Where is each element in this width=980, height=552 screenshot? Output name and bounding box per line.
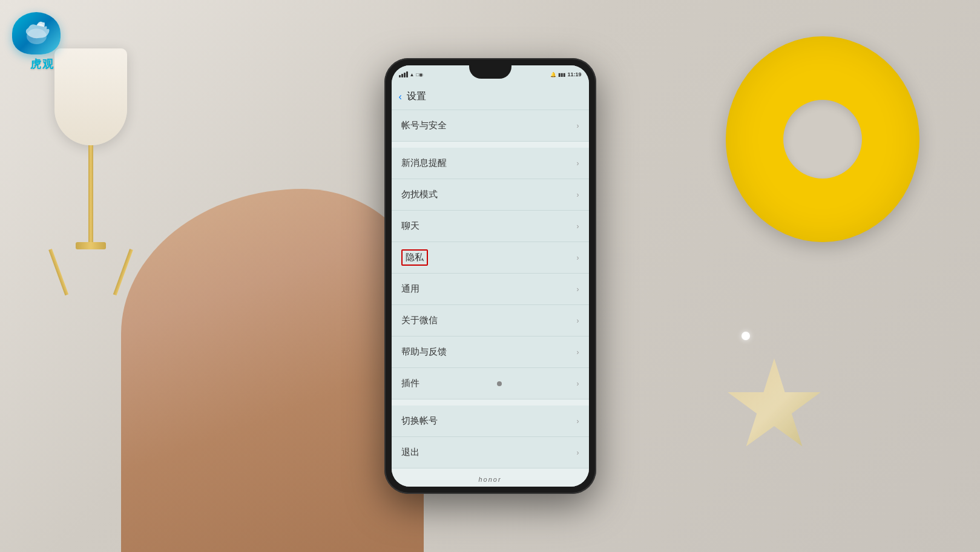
menu-item-label: 通用 [401,283,419,295]
signal-bar-2 [401,74,403,77]
chevron-right-icon: › [577,348,579,356]
menu-item-label: 关于微信 [401,315,438,326]
lamp-legs [48,249,133,298]
lamp-decoration [36,48,145,291]
chevron-right-icon: › [577,285,579,294]
donut-hole [783,100,862,179]
status-left: ▲ □◉ [399,71,424,77]
plugin-dot-icon [497,381,502,386]
menu-item-label: 退出 [401,447,419,458]
menu-item-account-security[interactable]: 帐号与安全 › [392,110,589,142]
settings-title: 设置 [407,90,426,103]
time-display: 11:19 [567,71,581,77]
menu-item-label: 帐号与安全 [401,120,447,131]
menu-item-privacy[interactable]: 隐私 › [392,242,589,274]
phone-brand-label: honor [478,476,501,483]
lamp-base [76,242,106,249]
chevron-right-icon: › [577,191,579,199]
menu-item-switch-account[interactable]: 切换帐号 › [392,406,589,437]
logo-area: 虎观 [12,12,73,79]
status-icons: □◉ [416,72,423,77]
menu-item-general[interactable]: 通用 › [392,274,589,305]
chevron-right-icon: › [577,159,579,168]
status-right: 🔔 ▮▮▮ 11:19 [550,71,581,77]
logo-text: 虎观 [12,57,73,71]
chevron-right-icon: › [577,380,579,388]
signal-bar-3 [404,73,406,77]
menu-item-chat[interactable]: 聊天 › [392,211,589,242]
privacy-label-highlighted: 隐私 [401,249,428,266]
menu-item-label: 新消息提醒 [401,157,447,169]
star-decoration [726,358,847,479]
logo-circle [12,12,61,54]
signal-icon [399,71,408,77]
chevron-right-icon: › [577,222,579,231]
menu-item-about[interactable]: 关于微信 › [392,305,589,337]
hand [121,189,424,552]
menu-item-notifications[interactable]: 新消息提醒 › [392,148,589,179]
chevron-right-icon: › [577,448,579,457]
logo-bird-icon [20,17,53,50]
phone-notch [469,65,511,79]
signal-bar-1 [399,75,401,77]
phone-wrapper: ▲ □◉ 🔔 ▮▮▮ 11:19 ‹ 设置 帐号与安全 › [384,58,596,494]
menu-gap-1 [392,142,589,148]
battery-indicator: ▮▮▮ [558,72,565,77]
menu-item-label: 勿扰模式 [401,189,438,200]
menu-item-label: 切换帐号 [401,415,438,427]
signal-bar-4 [406,71,408,77]
menu-item-label: 聊天 [401,220,419,232]
menu-gap-2 [392,399,589,406]
lamp-pole [88,145,93,242]
chevron-right-icon: › [577,317,579,325]
chevron-right-icon: › [577,417,579,426]
yellow-donut-decoration [726,36,919,242]
menu-item-dnd[interactable]: 勿扰模式 › [392,179,589,211]
wifi-icon: ▲ [410,72,415,77]
battery-icon: 🔔 [550,72,556,77]
lamp-leg-left [48,249,68,295]
phone-screen: ▲ □◉ 🔔 ▮▮▮ 11:19 ‹ 设置 帐号与安全 › [392,65,589,487]
menu-item-label: 帮助与反馈 [401,346,447,358]
menu-list: 帐号与安全 › 新消息提醒 › 勿扰模式 › 聊天 › [392,110,589,487]
star-shape [726,358,823,455]
menu-item-help[interactable]: 帮助与反馈 › [392,337,589,368]
menu-item-label: 插件 [401,378,419,389]
white-dot-decoration [742,332,750,340]
phone-body: ▲ □◉ 🔔 ▮▮▮ 11:19 ‹ 设置 帐号与安全 › [384,58,596,494]
menu-item-plugins[interactable]: 插件 › [392,368,589,399]
back-button[interactable]: ‹ [399,91,402,102]
app-header: ‹ 设置 [392,84,589,110]
chevron-right-icon: › [577,254,579,262]
chevron-right-icon: › [577,122,579,130]
menu-item-logout[interactable]: 退出 › [392,437,589,468]
